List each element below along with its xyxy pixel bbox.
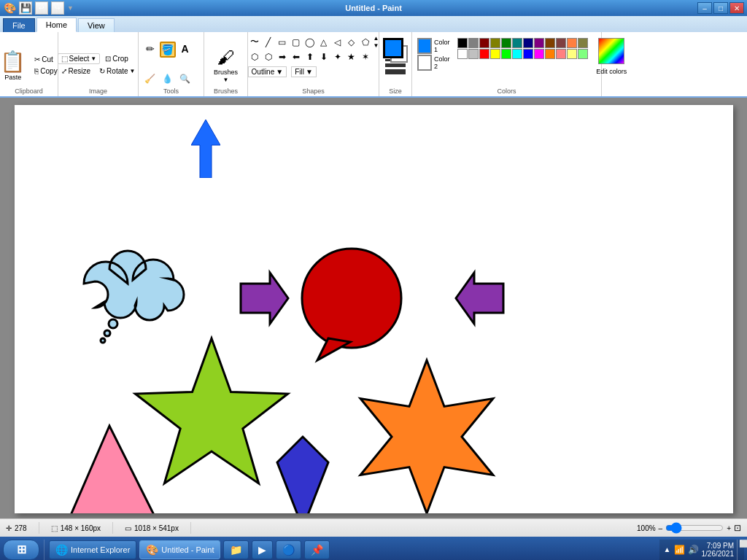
maximize-btn[interactable]: □ [713,2,728,14]
swatch-cyan[interactable] [512,49,522,59]
clipboard-small-buttons: ✂ Cut ⎘ Copy [31,54,61,77]
shape-hexagon[interactable]: ⬡ [248,50,261,63]
shape-arrow-u[interactable]: ⬆ [303,50,317,63]
shape-rtriangle[interactable]: ◁ [331,36,344,49]
shapes-grid-1: 〜 ╱ ▭ ▢ ◯ △ ◁ ◇ ⬠ [248,36,372,49]
zoom-slider[interactable] [665,522,724,534]
shape-octagon[interactable]: ⬡ [262,50,275,63]
outline-dropdown[interactable]: Outline ▼ [248,66,287,77]
ribbon-group-image: ⬚ Select ▼ ⊡ Crop ⤢ Resize ↻ [58,32,139,96]
resize-button[interactable]: ⤢ Resize [58,66,95,77]
rotate-button[interactable]: ↻ Rotate ▼ [96,66,139,77]
close-btn[interactable]: ✕ [729,2,744,14]
eraser-tool[interactable]: 🧹 [142,72,158,88]
paste-button[interactable]: 📋 Paste [0,47,29,83]
minimize-btn[interactable]: – [697,2,712,14]
shape-arrow-l[interactable]: ⬅ [290,50,303,63]
shape-arrow-d[interactable]: ⬇ [317,50,330,63]
select-button[interactable]: ⬚ Select ▼ [58,53,101,64]
tray-hide-icon[interactable]: ▲ [664,545,671,553]
qa-dropdown[interactable]: ▼ [67,4,74,12]
swatch-maroon2[interactable] [556,38,566,48]
shape-rect[interactable]: ▭ [276,36,289,49]
edit-colors-button[interactable]: Edit colors [592,66,630,77]
taskbar-item-chrome[interactable]: 🔵 [276,540,301,559]
taskbar-item-ie[interactable]: 🌐 Internet Explorer [49,540,136,559]
fill-dropdown[interactable]: Fill ▼ [291,66,317,77]
brushes-content: 🖌 Brushes ▼ [210,35,241,95]
swatch-magenta[interactable] [534,49,544,59]
swatch-darkred[interactable] [479,38,489,48]
tab-file[interactable]: File [3,18,35,32]
zoom-in-icon[interactable]: + [727,524,731,532]
swatch-brown[interactable] [545,38,555,48]
shape-line[interactable]: ╱ [262,36,275,49]
shape-triangle[interactable]: △ [317,36,330,49]
tab-home[interactable]: Home [36,18,77,32]
shapes-label: Shapes [248,88,379,95]
shape-star5[interactable]: ★ [345,50,358,63]
taskbar-item-app[interactable]: 📌 [304,540,330,559]
swatch-yellow[interactable] [490,49,500,59]
fit-icon[interactable]: ⊡ [734,523,741,533]
swatch-salmon[interactable] [556,49,566,59]
zoom-control: 100% – + ⊡ [637,522,741,534]
brushes-button[interactable]: 🖌 Brushes ▼ [210,45,241,85]
clipboard-content: 📋 Paste ✂ Cut ⎘ Copy [0,35,61,95]
shape-diamond[interactable]: ◇ [345,36,358,49]
swatch-olive2[interactable] [578,38,588,48]
cut-button[interactable]: ✂ Cut [31,54,61,65]
undo-quick-btn[interactable]: ↩ [35,1,48,15]
start-button[interactable]: ⊞ [3,540,39,560]
magnifier-tool[interactable]: 🔍 [177,72,193,88]
swatch-navy[interactable] [523,38,533,48]
pencil-tool[interactable]: ✏ [142,42,158,58]
paint-canvas[interactable] [15,105,733,513]
swatch-purple[interactable] [534,38,544,48]
swatch-lightyellow[interactable] [567,49,577,59]
scroll-wrapper[interactable] [0,98,747,518]
crop-button[interactable]: ⊡ Crop [101,53,132,64]
shape-star6[interactable]: ✶ [359,50,372,63]
color1-box[interactable] [417,38,432,54]
ribbon-group-colors: Color 1 Color 2 [412,32,602,96]
redo-quick-btn[interactable]: ↪ [51,1,64,15]
shape-star4[interactable]: ✦ [331,50,344,63]
color2-box[interactable] [417,55,432,71]
taskbar-item-files[interactable]: 📁 [223,540,249,559]
taskbar-item-media[interactable]: ▶ [252,540,273,559]
shape-ellipse[interactable]: ◯ [303,36,317,49]
shape-roundrect[interactable]: ▢ [290,36,303,49]
text-tool[interactable]: A [177,42,193,58]
color1-swatch[interactable] [383,38,403,58]
swatch-lightgreen[interactable] [578,49,588,59]
shapes-scroll-down[interactable]: ▼ [374,42,379,49]
picker-tool[interactable]: 💧 [160,72,176,88]
fill-tool[interactable]: 🪣 [160,42,176,58]
swatch-orange2[interactable] [567,38,577,48]
swatch-green[interactable] [501,38,511,48]
shape-curve[interactable]: 〜 [248,36,261,49]
copy-button[interactable]: ⎘ Copy [31,66,61,77]
tray-network-icon: 📶 [674,545,685,555]
swatch-olive[interactable] [490,38,500,48]
select-dropdown-icon: ▼ [90,55,96,62]
taskbar-item-paint[interactable]: 🎨 Untitled - Paint [139,540,220,559]
clipboard-label: Clipboard [0,88,58,95]
swatch-teal[interactable] [512,38,522,48]
swatch-gray[interactable] [468,38,479,48]
swatch-blue[interactable] [523,49,533,59]
swatch-white[interactable] [457,49,468,59]
save-quick-btn[interactable]: 💾 [19,1,32,15]
swatch-black[interactable] [457,38,468,48]
swatch-lime[interactable] [501,49,511,59]
show-desktop-icon[interactable]: ⬜ [737,540,740,560]
zoom-out-icon[interactable]: – [659,524,663,532]
shapes-scroll-up[interactable]: ▲ [374,35,379,42]
shape-arrow-r[interactable]: ➡ [276,50,289,63]
swatch-orange[interactable] [545,49,555,59]
swatch-red[interactable] [479,49,489,59]
swatch-silver[interactable] [468,49,479,59]
tab-view[interactable]: View [78,18,115,32]
shape-pentagon[interactable]: ⬠ [359,36,372,49]
